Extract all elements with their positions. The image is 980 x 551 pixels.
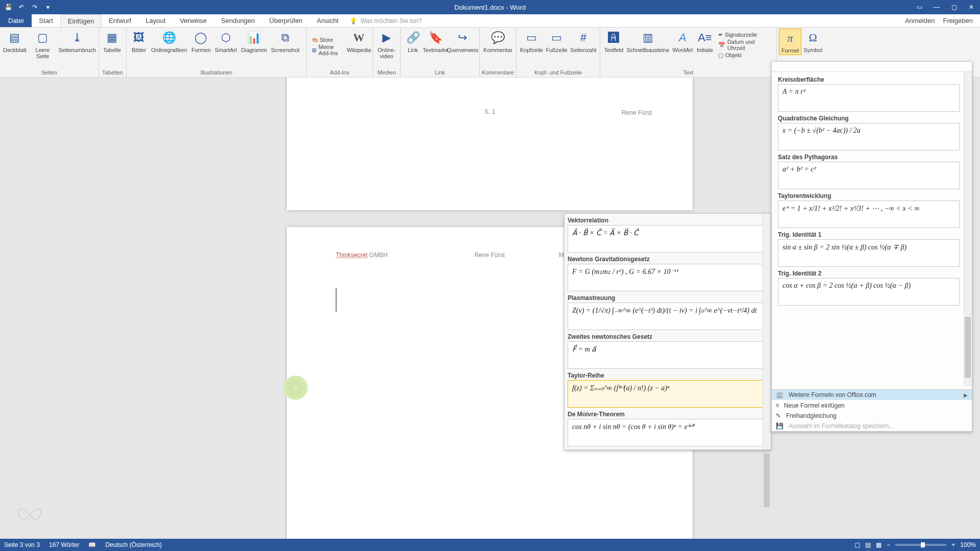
print-layout-button[interactable]: ▤: [865, 541, 871, 548]
dropcap-icon: A≡: [697, 30, 713, 46]
gallery-item[interactable]: Trig. Identität 1 sin α ± sin β = 2 sin …: [775, 228, 963, 267]
tell-me-box[interactable]: 💡 Was möchten Sie tun?: [350, 14, 422, 27]
symbol-button[interactable]: ΩSymbol: [801, 29, 824, 54]
sign-in-link[interactable]: Anmelden: [905, 17, 935, 24]
gallery-item-formula[interactable]: F⃗ = m a⃗: [568, 341, 768, 369]
tab-start[interactable]: Start: [32, 14, 60, 27]
initiale-button[interactable]: A≡Initiale: [695, 29, 715, 54]
kopfzeile-label: Kopfzeile: [520, 47, 543, 53]
equation-search-input[interactable]: [772, 62, 972, 72]
fusszeile-button[interactable]: ▭Fußzeile: [545, 29, 569, 54]
datum-uhrzeit-button[interactable]: 📅Datum und Uhrzeit: [716, 40, 774, 50]
close-button[interactable]: ✕: [963, 0, 980, 14]
more-equations-office-button[interactable]: 🏢 Weitere Formeln von Office.com ▶: [772, 390, 972, 400]
tab-verweise[interactable]: Verweise: [173, 14, 214, 27]
gallery-left-scrollbar[interactable]: [763, 214, 771, 449]
leere-seite-button[interactable]: ▢Leere Seite: [28, 29, 58, 60]
gallery-item[interactable]: Plasmastreuung Z(v) = (1/√π) ∫₋∞^∞ (e^(−…: [565, 291, 771, 330]
gallery-item[interactable]: Vektorrelation A⃗ · B⃗ × C⃗ = A⃗ × B⃗ · …: [565, 214, 771, 253]
file-tab[interactable]: Datei: [0, 14, 32, 27]
wordart-button[interactable]: AWordArt: [671, 29, 695, 54]
spellcheck-icon[interactable]: 📖: [88, 541, 96, 548]
deckblatt-button[interactable]: ▤Deckblatt: [2, 29, 28, 54]
signaturzeile-button[interactable]: ✒Signaturzeile: [716, 30, 774, 40]
gallery-item[interactable]: Kreisoberfläche A = π r²: [775, 73, 963, 112]
formen-button[interactable]: ◯Formen: [189, 29, 213, 54]
page-1[interactable]: Quelle: Mond - https://de.wikipedia.org …: [287, 78, 693, 210]
gallery-item-formula[interactable]: F = G (m₁m₂ / r²) , G = 6.67 × 10⁻¹¹: [568, 264, 768, 291]
tab-ansicht[interactable]: Ansicht: [310, 14, 346, 27]
onlinegrafiken-button[interactable]: 🌐Onlinegrafiken: [149, 29, 189, 54]
textfeld-button[interactable]: 🅰Textfeld: [602, 29, 625, 54]
bilder-button[interactable]: 🖼Bilder: [129, 29, 149, 54]
my-addins-label: Meine Add-Ins: [318, 44, 345, 56]
gallery-item-formula[interactable]: cos nθ + i sin nθ = (cos θ + i sin θ)ⁿ =…: [568, 419, 768, 446]
gallery-item-formula[interactable]: cos α + cos β = 2 cos ½(α + β) cos ½(α −…: [778, 278, 960, 306]
gallery-item-formula[interactable]: x = (−b ± √(b² − 4ac)) / 2a: [778, 123, 960, 151]
redo-button[interactable]: ↷: [29, 1, 41, 13]
screenshot-button[interactable]: ⧉Screenshot: [269, 29, 302, 54]
kopfzeile-button[interactable]: ▭Kopfzeile: [519, 29, 545, 54]
zoom-in-button[interactable]: +: [951, 541, 955, 548]
undo-button[interactable]: ↶: [15, 1, 28, 13]
qat-more-button[interactable]: ▾: [42, 1, 54, 13]
gallery-item-formula[interactable]: sin α ± sin β = 2 sin ½(α ± β) cos ½(α ∓…: [778, 239, 960, 267]
ribbon-options-button[interactable]: ▭: [911, 0, 928, 14]
smartart-button[interactable]: ⬡SmartArt: [213, 29, 239, 54]
page-indicator[interactable]: Seite 3 von 3: [4, 541, 40, 548]
gallery-item[interactable]: Satz des Pythagoras a² + b² = c²: [775, 151, 963, 189]
seitenumbruch-button[interactable]: ⤓Seitenumbruch: [58, 29, 96, 54]
word-count[interactable]: 167 Wörter: [49, 541, 79, 548]
zoom-level[interactable]: 100%: [960, 541, 976, 548]
maximize-button[interactable]: ▢: [945, 0, 963, 14]
tabelle-button[interactable]: ▦Tabelle: [101, 29, 123, 54]
gallery-item[interactable]: Zweites newtonsches Gesetz F⃗ = m a⃗: [565, 330, 771, 369]
web-layout-button[interactable]: ▦: [876, 541, 881, 548]
scrollbar-thumb[interactable]: [764, 454, 770, 507]
formel-button[interactable]: πFormel: [779, 29, 801, 55]
gallery-item[interactable]: Taylor-Reihe f(z) = Σₙ₌₀^∞ (f⁽ⁿ⁾(a) / n!…: [565, 369, 771, 408]
gallery-item-formula[interactable]: A = π r²: [778, 84, 960, 112]
language-indicator[interactable]: Deutsch (Österreich): [105, 541, 162, 548]
share-button[interactable]: Freigeben: [943, 17, 973, 24]
zoom-slider[interactable]: [895, 544, 946, 546]
gallery-item[interactable]: Trig. Identität 2 cos α + cos β = 2 cos …: [775, 267, 963, 306]
wikipedia-button[interactable]: WWikipedia: [347, 29, 371, 54]
textmarke-button[interactable]: 🔖Textmarke: [423, 29, 448, 54]
tab-layout[interactable]: Layout: [138, 14, 173, 27]
gallery-item-formula[interactable]: A⃗ · B⃗ × C⃗ = A⃗ × B⃗ · C⃗: [568, 225, 768, 253]
tab-einfuegen[interactable]: Einfügen: [60, 14, 102, 27]
gallery-item[interactable]: Newtons Gravitationsgesetz F = G (m₁m₂ /…: [565, 253, 771, 291]
save-button[interactable]: 💾: [2, 1, 14, 13]
gallery-item[interactable]: Quadratische Gleichung x = (−b ± √(b² − …: [775, 112, 963, 151]
gallery-item-formula[interactable]: Z(v) = (1/√π) ∫₋∞^∞ (e^(−t²) dt)/(t − iv…: [568, 303, 768, 330]
gallery-right-scrollbar[interactable]: [964, 72, 972, 386]
read-mode-button[interactable]: ▢: [854, 541, 860, 548]
seitenzahl-button[interactable]: #Seitenzahl: [569, 29, 598, 54]
scrollbar-thumb[interactable]: [965, 317, 971, 378]
store-button[interactable]: 🛍Store: [310, 35, 347, 45]
gallery-item-formula[interactable]: eˣ = 1 + x/1! + x²/2! + x³/3! + ⋯ , −∞ <…: [778, 201, 960, 228]
schnellbausteine-button[interactable]: ▥Schnellbausteine: [625, 29, 671, 54]
tabelle-label: Tabelle: [103, 47, 121, 53]
objekt-button[interactable]: ▢Objekt: [716, 50, 774, 60]
gallery-item-formula[interactable]: a² + b² = c²: [778, 162, 960, 189]
my-addins-button[interactable]: ⊞Meine Add-Ins: [310, 45, 347, 55]
tab-sendungen[interactable]: Sendungen: [214, 14, 262, 27]
gallery-item[interactable]: Taylorentwicklung eˣ = 1 + x/1! + x²/2! …: [775, 189, 963, 228]
link-button[interactable]: 🔗Link: [403, 29, 423, 54]
ink-equation-button[interactable]: ✎ Freihandgleichung: [772, 411, 972, 421]
gallery-item-formula[interactable]: f(z) = Σₙ₌₀^∞ (f⁽ⁿ⁾(a) / n!) (z − a)ⁿ: [568, 380, 768, 408]
zoom-slider-thumb[interactable]: [921, 542, 925, 547]
zoom-out-button[interactable]: −: [887, 541, 890, 548]
gallery-item[interactable]: De Moivre-Theorem cos nθ + i sin nθ = (c…: [565, 408, 771, 446]
tab-entwurf[interactable]: Entwurf: [102, 14, 138, 27]
tab-ueberpruefen[interactable]: Überprüfen: [262, 14, 310, 27]
diagramm-button[interactable]: 📊Diagramm: [239, 29, 269, 54]
new-equation-button[interactable]: π Neue Formel einfügen: [772, 400, 972, 411]
querverweis-button[interactable]: ↪Querverweis: [448, 29, 477, 54]
kommentar-button[interactable]: 💬Kommentar: [482, 29, 514, 54]
reviewer-bubble[interactable]: 2: [283, 375, 308, 400]
online-video-button[interactable]: ▶Online-video: [375, 29, 398, 60]
minimize-button[interactable]: —: [928, 0, 945, 14]
